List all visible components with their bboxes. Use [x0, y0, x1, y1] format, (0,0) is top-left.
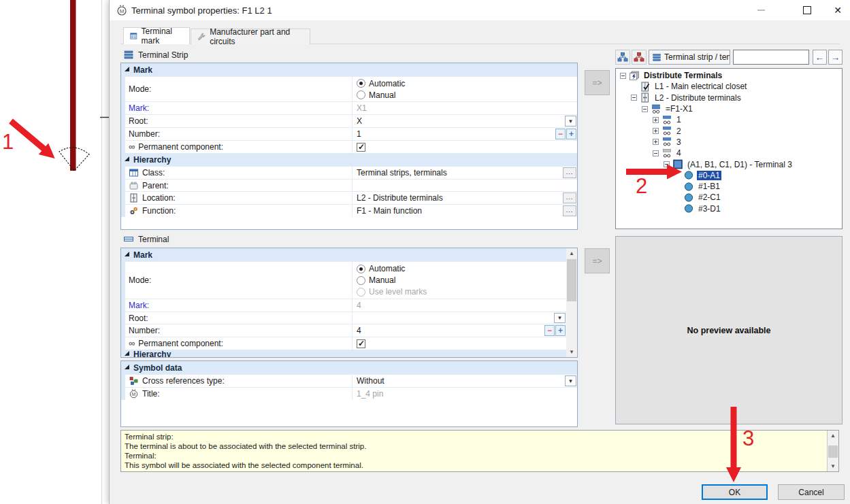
group-header-symbol-data[interactable]: Symbol data — [121, 361, 577, 374]
info-line: The terminal is about to be associated w… — [125, 441, 823, 451]
number-value-cell[interactable]: 1−+ — [353, 128, 577, 140]
group-header-hierarchy[interactable]: Hierarchy — [121, 153, 577, 166]
collapse-icon[interactable] — [664, 161, 670, 167]
class-browse-button[interactable]: ... — [563, 167, 576, 178]
no-preview-text: No preview available — [687, 326, 771, 335]
tree-item-label: #1-B1 — [697, 182, 721, 191]
title-value: 1_4 pin — [357, 389, 383, 399]
terminal-permanent-checkbox[interactable] — [357, 339, 365, 348]
title-icon: M — [129, 389, 139, 399]
info-line: Terminal strip: — [125, 432, 823, 441]
radio-manual-icon[interactable] — [357, 90, 365, 99]
scrollbar-thumb[interactable] — [828, 446, 838, 458]
scrollbar-thumb[interactable] — [567, 259, 576, 301]
filter-dropdown[interactable]: Terminal strip / ten ∨ — [649, 50, 730, 65]
tree-item-label: (A1, B1, C1, D1) - Terminal 3 — [686, 160, 794, 169]
radio-use-level-marks: Use level marks — [357, 286, 427, 298]
cross-references-value-cell[interactable]: Without▼ — [353, 375, 577, 387]
group-header-mark[interactable]: Mark — [121, 63, 577, 76]
wire-segment — [70, 0, 76, 171]
scroll-up-icon[interactable]: ▲ — [828, 431, 838, 441]
cross-references-dropdown-button[interactable]: ▼ — [565, 375, 576, 386]
terminal-icon — [661, 137, 672, 147]
terminal-number-decrement-button[interactable]: − — [544, 325, 555, 336]
cancel-button[interactable]: Cancel — [778, 484, 845, 500]
number-label: Number: — [129, 129, 160, 139]
collapse-icon[interactable] — [631, 95, 637, 101]
group-header-terminal-mark[interactable]: Mark — [121, 248, 566, 261]
info-scrollbar[interactable]: ▲ ▼ — [827, 431, 838, 471]
expand-icon[interactable] — [653, 117, 659, 123]
row-mark: Mark: X1 — [121, 101, 577, 114]
permanent-checkbox[interactable] — [357, 143, 365, 152]
scroll-up-icon[interactable]: ▲ — [566, 248, 577, 258]
search-input[interactable] — [733, 50, 809, 65]
ok-button[interactable]: OK — [702, 484, 768, 500]
close-button[interactable]: ✕ — [823, 0, 850, 20]
row-terminal-permanent: ∞Permanent component: — [121, 337, 566, 350]
tree-item-distribute-terminals[interactable]: Distribute Terminals — [616, 70, 842, 81]
root-value-cell[interactable]: X▼ — [353, 115, 577, 127]
search-field — [733, 50, 809, 65]
radio-terminal-automatic[interactable]: Automatic — [357, 263, 405, 275]
tree-item-label: 3 — [675, 137, 683, 147]
view-tree-red-button[interactable] — [632, 50, 647, 65]
tree-item-0-a1[interactable]: #0-A1 — [616, 170, 842, 181]
expand-icon[interactable] — [653, 139, 659, 145]
terminal-root-dropdown-button[interactable]: ▼ — [554, 313, 566, 323]
terminal-root-value-cell[interactable]: ▼ — [353, 312, 566, 324]
terminal-permanent-label: Permanent component: — [138, 339, 223, 348]
terminal-number-value-cell[interactable]: 4−+ — [353, 324, 566, 337]
tree-item-3-d1[interactable]: #3-D1 — [616, 203, 842, 214]
tree-item-label: L1 - Main electrical closet — [653, 82, 748, 91]
view-tree-blue-button[interactable] — [615, 50, 630, 65]
radio-automatic[interactable]: Automatic — [357, 78, 405, 89]
circle-icon — [683, 170, 694, 180]
location-value: L2 - Distribute terminals — [357, 193, 443, 203]
tree-item-l1-main-electrical-closet[interactable]: L1 - Main electrical closet — [616, 81, 842, 92]
assign-strip-button[interactable]: => — [585, 70, 610, 95]
titlebar[interactable]: M Terminal symbol properties: F1 L2 1 ✕ — [110, 0, 850, 20]
tree-item-1-b1[interactable]: #1-B1 — [616, 181, 842, 192]
nav-back-button[interactable]: ← — [813, 50, 827, 65]
scroll-down-icon[interactable]: ▼ — [566, 347, 577, 357]
minimize-button[interactable] — [746, 0, 776, 20]
terminal-strip-icon — [123, 50, 134, 60]
tree-item-2-c1[interactable]: #2-C1 — [616, 192, 842, 203]
group-header-terminal-hierarchy[interactable]: Hierarchy — [121, 350, 566, 358]
terminal-strip-icon — [652, 53, 661, 62]
collapse-icon[interactable] — [653, 150, 659, 156]
tree-item-4[interactable]: 4 — [616, 148, 842, 158]
mode-label: Mode: — [129, 84, 151, 94]
number-decrement-button[interactable]: − — [555, 129, 566, 139]
function-browse-button[interactable]: ... — [563, 205, 576, 216]
nav-forward-button[interactable]: → — [828, 50, 843, 65]
assign-terminal-button[interactable]: => — [585, 248, 610, 273]
tree-item-3[interactable]: 3 — [616, 137, 842, 148]
tab-manufacturer-part[interactable]: Manufacturer part and circuits — [191, 29, 310, 44]
maximize-button[interactable] — [792, 0, 822, 20]
tab-manufacturer-label: Manufacturer part and circuits — [210, 27, 304, 46]
tree-item-l2-distribute-terminals[interactable]: L2 - Distribute terminals — [616, 93, 842, 103]
radio-automatic-icon[interactable] — [357, 79, 365, 88]
radio-terminal-manual[interactable]: Manual — [357, 275, 395, 286]
root-dropdown-button[interactable]: ▼ — [565, 116, 576, 127]
tree-item-f1-x1[interactable]: =F1-X1 — [616, 103, 842, 114]
location-browse-button[interactable]: ... — [563, 192, 576, 203]
scroll-down-icon[interactable]: ▼ — [828, 461, 838, 471]
terminal-grid-scrollbar[interactable]: ▲ ▼ — [566, 248, 577, 357]
tree-item-1[interactable]: 1 — [616, 114, 842, 125]
tab-terminal-mark[interactable]: Terminal mark — [123, 27, 190, 44]
tree-item-2[interactable]: 2 — [616, 125, 842, 136]
terminal-number-increment-button[interactable]: + — [555, 325, 566, 336]
collapse-icon[interactable] — [620, 73, 626, 79]
number-increment-button[interactable]: + — [566, 129, 576, 139]
collapse-icon[interactable] — [642, 106, 648, 112]
org-tree-blue-icon — [617, 52, 628, 63]
number-value: 1 — [357, 129, 361, 139]
preview-panel: No preview available — [615, 236, 843, 424]
radio-manual[interactable]: Manual — [357, 89, 395, 101]
tree-item-a1-b1-c1-d1-terminal-3[interactable]: (A1, B1, C1, D1) - Terminal 3 — [616, 158, 842, 169]
expand-icon[interactable] — [653, 128, 659, 134]
mark-value: X1 — [357, 103, 367, 113]
